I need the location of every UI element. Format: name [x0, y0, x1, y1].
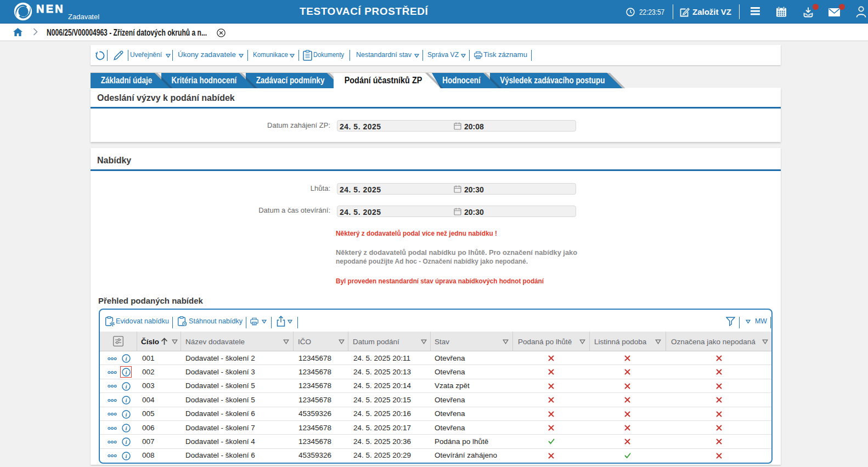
svg-text:i: i — [126, 383, 127, 389]
svg-text:i: i — [126, 397, 127, 403]
svg-text:i: i — [126, 411, 127, 417]
svg-text:i: i — [126, 425, 127, 431]
svg-text:i: i — [126, 453, 127, 459]
svg-text:i: i — [126, 369, 127, 375]
svg-text:i: i — [126, 356, 127, 362]
svg-text:i: i — [126, 439, 127, 445]
